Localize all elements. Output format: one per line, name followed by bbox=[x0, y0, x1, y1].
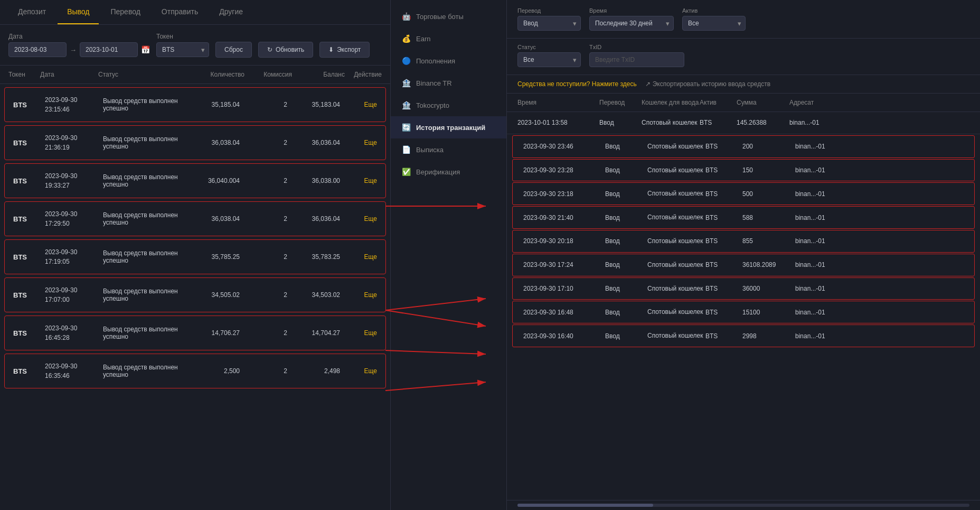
action-cell[interactable]: Еще bbox=[340, 215, 377, 222]
tab-other[interactable]: Другие bbox=[210, 0, 252, 24]
sidebar-item-statement[interactable]: 📄 Выписка bbox=[391, 138, 506, 161]
action-cell[interactable]: Еще bbox=[340, 329, 377, 337]
action-cell[interactable]: Еще bbox=[340, 253, 377, 261]
transfer-select-wrapper: Ввод Вывод Все bbox=[517, 16, 581, 31]
tab-transfer[interactable]: Перевод bbox=[101, 0, 149, 24]
tab-deposit[interactable]: Депозит bbox=[8, 0, 55, 24]
commission-cell: 2 bbox=[240, 101, 287, 108]
r-amount-cell: 36108.2089 bbox=[742, 261, 795, 268]
token-cell: BTS bbox=[13, 139, 45, 147]
r-wallet-cell: Спотовый кошелек bbox=[647, 331, 705, 340]
r-asset-cell: BTS bbox=[705, 285, 742, 292]
right-table-row: 2023-09-30 23:46 Ввод Спотовый кошелек B… bbox=[512, 135, 975, 158]
r-wallet-cell: Спотовый кошелек bbox=[647, 213, 705, 222]
amount-cell: 35,785.25 bbox=[187, 253, 240, 261]
status-cell: Вывод средств выполнен успешно bbox=[103, 364, 187, 378]
date-from-input[interactable] bbox=[8, 42, 67, 57]
token-label: Токен bbox=[156, 33, 209, 40]
sidebar-item-tokocrypto[interactable]: 🏦 Tokocrypto bbox=[391, 94, 506, 116]
r-time-cell: 2023-09-30 23:18 bbox=[523, 190, 605, 198]
r-asset-cell: BTS bbox=[705, 143, 742, 150]
left-table-body: BTS 2023-09-3023:15:46 Вывод средств вып… bbox=[0, 84, 390, 510]
status-filter-group: Статус Все Выполнено bbox=[517, 44, 581, 67]
r-col-wallet: Кошелек для ввода bbox=[642, 99, 700, 106]
status-label: Статус bbox=[517, 44, 581, 50]
r-col-asset: Актив bbox=[700, 99, 737, 106]
date-cell: 2023-09-3019:33:27 bbox=[45, 171, 103, 190]
status-cell: Вывод средств выполнен успешно bbox=[103, 326, 187, 340]
sidebar-item-trading-bots[interactable]: 🤖 Торговые боты bbox=[391, 5, 506, 27]
export-icon: ↗ bbox=[645, 80, 651, 88]
action-cell[interactable]: Еще bbox=[340, 291, 377, 299]
r-address-cell: binan...-01 bbox=[795, 309, 864, 316]
r-address-cell: binan...-01 bbox=[795, 214, 864, 221]
date-filter-group: Дата → 📅 bbox=[8, 33, 150, 57]
reset-button[interactable]: Сброс bbox=[215, 42, 252, 58]
token-select[interactable]: BTS bbox=[156, 42, 209, 57]
nav-label-topup: Пополнения bbox=[416, 57, 455, 65]
nav-label-verification: Верификация bbox=[416, 168, 460, 176]
r-col-time: Время bbox=[517, 99, 599, 106]
commission-cell: 2 bbox=[240, 215, 287, 222]
nav-icon-binance-tr: 🏦 bbox=[401, 78, 411, 88]
r-col-type: Перевод bbox=[599, 99, 642, 106]
txid-input[interactable] bbox=[589, 52, 684, 67]
r-type-cell: Ввод bbox=[605, 332, 647, 340]
asset-select[interactable]: Все BTS bbox=[682, 16, 746, 31]
r-wallet-cell: Спотовый кошелек bbox=[647, 237, 705, 246]
right-table-body: 2023-10-01 13:58 Ввод Спотовый кошелек B… bbox=[507, 112, 980, 500]
nav-icon-verification: ✅ bbox=[401, 167, 411, 177]
action-cell[interactable]: Еще bbox=[340, 177, 377, 184]
r-asset-cell: BTS bbox=[705, 237, 742, 245]
sidebar-item-verification[interactable]: ✅ Верификация bbox=[391, 161, 506, 183]
date-to-input[interactable] bbox=[80, 42, 138, 57]
status-select[interactable]: Все Выполнено bbox=[517, 52, 581, 67]
asset-label: Актив bbox=[682, 7, 746, 14]
col-status: Статус bbox=[98, 71, 192, 78]
calendar-icon[interactable]: 📅 bbox=[141, 45, 150, 54]
right-table-row: 2023-09-30 20:18 Ввод Спотовый кошелек B… bbox=[512, 230, 975, 253]
r-time-cell: 2023-09-30 23:46 bbox=[523, 143, 605, 150]
tab-withdraw[interactable]: Вывод bbox=[58, 0, 99, 24]
nav-icon-tx-history: 🔄 bbox=[401, 123, 411, 132]
transfer-select[interactable]: Ввод Вывод Все bbox=[517, 16, 581, 31]
sidebar-item-earn[interactable]: 💰 Earn bbox=[391, 27, 506, 50]
right-table-row: 2023-09-30 21:40 Ввод Спотовый кошелек B… bbox=[512, 206, 975, 229]
sidebar-item-tx-history[interactable]: 🔄 История транзакций bbox=[391, 116, 506, 138]
nav-icon-tokocrypto: 🏦 bbox=[401, 100, 411, 110]
action-cell[interactable]: Еще bbox=[340, 139, 377, 146]
amount-cell: 34,505.02 bbox=[187, 291, 240, 299]
nav-label-earn: Earn bbox=[416, 35, 430, 43]
nav-label-tokocrypto: Tokocrypto bbox=[416, 101, 449, 109]
r-address-cell: binan...-01 bbox=[795, 166, 864, 174]
nav-label-statement: Выписка bbox=[416, 146, 444, 154]
missing-funds-link[interactable]: Средства не поступили? Нажмите здесь bbox=[517, 80, 637, 88]
refresh-button[interactable]: ↻ Обновить bbox=[258, 42, 313, 58]
nav-label-tx-history: История транзакций bbox=[416, 124, 485, 132]
tab-send[interactable]: Отправить bbox=[152, 0, 208, 24]
r-type-cell: Ввод bbox=[605, 214, 647, 221]
action-cell[interactable]: Еще bbox=[340, 101, 377, 108]
nav-icon-earn: 💰 bbox=[401, 34, 411, 43]
nav-icon-trading-bots: 🤖 bbox=[401, 12, 411, 21]
export-history-link[interactable]: ↗ Экспортировать историю ввода средств bbox=[645, 80, 770, 88]
sidebar-item-topup[interactable]: 🔵 Пополнения bbox=[391, 50, 506, 72]
horizontal-scrollbar[interactable] bbox=[507, 500, 980, 510]
nav-icon-statement: 📄 bbox=[401, 145, 411, 154]
action-cell[interactable]: Еще bbox=[340, 367, 377, 375]
refresh-label: Обновить bbox=[276, 46, 304, 53]
time-select[interactable]: Последние 30 дней Последние 90 дней bbox=[589, 16, 674, 31]
token-filter-group: Токен BTS bbox=[156, 33, 209, 57]
sidebar-item-binance-tr[interactable]: 🏦 Binance TR bbox=[391, 72, 506, 94]
col-amount: Количество bbox=[192, 71, 244, 78]
balance-cell: 2,498 bbox=[287, 367, 340, 375]
col-action: Действие bbox=[345, 71, 382, 78]
r-address-cell: binan...-01 bbox=[795, 143, 864, 150]
r-asset-cell: BTS bbox=[705, 190, 742, 198]
nav-label-trading-bots: Торговые боты bbox=[416, 13, 464, 21]
r-amount-cell: 2998 bbox=[742, 332, 795, 340]
export-button[interactable]: ⬇ Экспорт bbox=[319, 42, 370, 58]
right-table-row: 2023-09-30 23:18 Ввод Спотовый кошелек B… bbox=[512, 182, 975, 205]
balance-cell: 36,036.04 bbox=[287, 215, 340, 222]
txid-label: TxID bbox=[589, 44, 684, 50]
